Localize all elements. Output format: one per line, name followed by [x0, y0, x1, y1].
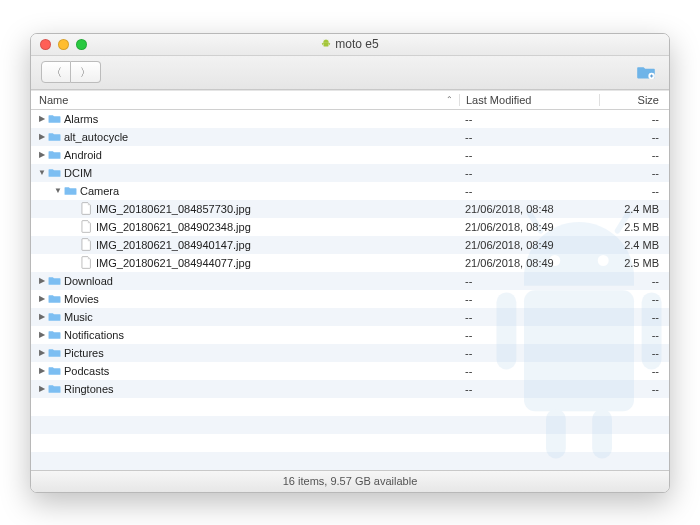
titlebar[interactable]: moto e5: [31, 34, 669, 56]
disclosure-triangle-icon[interactable]: ▶: [37, 276, 47, 285]
folder-row[interactable]: ▼DCIM----: [31, 164, 669, 182]
name-cell: ▶Download: [31, 275, 459, 287]
modified-cell: --: [459, 293, 599, 305]
name-cell: ▶Ringtones: [31, 383, 459, 395]
disclosure-triangle-icon[interactable]: ▶: [37, 294, 47, 303]
name-cell: IMG_20180621_084944077.jpg: [31, 256, 459, 269]
status-bar: 16 items, 9.57 GB available: [31, 470, 669, 492]
size-cell: --: [599, 347, 669, 359]
folder-icon: [47, 113, 61, 124]
column-header-size[interactable]: Size: [599, 94, 669, 106]
chevron-left-icon: 〈: [51, 65, 62, 80]
item-label: Alarms: [61, 113, 98, 125]
column-header-modified[interactable]: Last Modified: [459, 94, 599, 106]
modified-cell: --: [459, 329, 599, 341]
folder-icon: [63, 185, 77, 196]
folder-row[interactable]: ▶Download----: [31, 272, 669, 290]
zoom-icon[interactable]: [76, 39, 87, 50]
folder-row[interactable]: ▶Music----: [31, 308, 669, 326]
item-label: IMG_20180621_084940147.jpg: [93, 239, 251, 251]
file-icon: [79, 202, 93, 215]
size-cell: --: [599, 293, 669, 305]
name-cell: ▼DCIM: [31, 167, 459, 179]
nav-buttons: 〈 〉: [41, 61, 101, 83]
modified-cell: --: [459, 311, 599, 323]
item-label: Music: [61, 311, 93, 323]
name-cell: ▶Android: [31, 149, 459, 161]
svg-rect-0: [324, 43, 329, 47]
folder-row[interactable]: ▶Android----: [31, 146, 669, 164]
disclosure-triangle-icon[interactable]: ▶: [37, 114, 47, 123]
size-cell: --: [599, 311, 669, 323]
name-cell: ▶Podcasts: [31, 365, 459, 377]
disclosure-triangle-icon[interactable]: ▼: [37, 168, 47, 177]
minimize-icon[interactable]: [58, 39, 69, 50]
modified-cell: 21/06/2018, 08:49: [459, 221, 599, 233]
size-cell: 2.5 MB: [599, 221, 669, 233]
size-cell: --: [599, 275, 669, 287]
size-cell: --: [599, 167, 669, 179]
item-label: Pictures: [61, 347, 104, 359]
size-cell: --: [599, 131, 669, 143]
file-list: ▶Alarms----▶alt_autocycle----▶Android---…: [31, 110, 669, 470]
name-cell: ▶Movies: [31, 293, 459, 305]
window-title: moto e5: [31, 37, 669, 51]
folder-row[interactable]: ▶Podcasts----: [31, 362, 669, 380]
item-label: IMG_20180621_084944077.jpg: [93, 257, 251, 269]
disclosure-triangle-icon[interactable]: ▶: [37, 150, 47, 159]
modified-cell: --: [459, 383, 599, 395]
new-folder-button[interactable]: [633, 61, 659, 83]
disclosure-triangle-icon[interactable]: ▶: [37, 366, 47, 375]
folder-row[interactable]: ▼Camera----: [31, 182, 669, 200]
item-label: IMG_20180621_084857730.jpg: [93, 203, 251, 215]
folder-row[interactable]: ▶Ringtones----: [31, 380, 669, 398]
disclosure-triangle-icon[interactable]: ▶: [37, 330, 47, 339]
folder-row[interactable]: ▶Notifications----: [31, 326, 669, 344]
disclosure-triangle-icon[interactable]: ▼: [53, 186, 63, 195]
item-label: alt_autocycle: [61, 131, 128, 143]
name-cell: IMG_20180621_084857730.jpg: [31, 202, 459, 215]
back-button[interactable]: 〈: [41, 61, 71, 83]
item-label: Download: [61, 275, 113, 287]
folder-row[interactable]: ▶Movies----: [31, 290, 669, 308]
disclosure-triangle-icon[interactable]: ▶: [37, 384, 47, 393]
name-cell: ▶Music: [31, 311, 459, 323]
svg-rect-2: [329, 43, 330, 46]
file-row[interactable]: IMG_20180621_084857730.jpg21/06/2018, 08…: [31, 200, 669, 218]
close-icon[interactable]: [40, 39, 51, 50]
column-headers: Name ⌃ Last Modified Size: [31, 90, 669, 110]
name-cell: IMG_20180621_084940147.jpg: [31, 238, 459, 251]
size-cell: 2.4 MB: [599, 203, 669, 215]
disclosure-triangle-icon[interactable]: ▶: [37, 348, 47, 357]
folder-icon: [47, 293, 61, 304]
modified-cell: --: [459, 275, 599, 287]
size-cell: 2.5 MB: [599, 257, 669, 269]
modified-cell: 21/06/2018, 08:49: [459, 239, 599, 251]
disclosure-triangle-icon[interactable]: ▶: [37, 312, 47, 321]
folder-icon: [47, 275, 61, 286]
sort-indicator-icon: ⌃: [446, 95, 453, 104]
forward-button[interactable]: 〉: [71, 61, 101, 83]
item-label: Android: [61, 149, 102, 161]
folder-row[interactable]: ▶Alarms----: [31, 110, 669, 128]
window-controls: [40, 39, 87, 50]
name-cell: ▼Camera: [31, 185, 459, 197]
column-header-name[interactable]: Name ⌃: [31, 94, 459, 106]
modified-cell: --: [459, 365, 599, 377]
disclosure-triangle-icon[interactable]: ▶: [37, 132, 47, 141]
folder-row[interactable]: ▶Pictures----: [31, 344, 669, 362]
chevron-right-icon: 〉: [80, 65, 91, 80]
modified-cell: --: [459, 347, 599, 359]
file-row[interactable]: IMG_20180621_084944077.jpg21/06/2018, 08…: [31, 254, 669, 272]
size-cell: --: [599, 149, 669, 161]
folder-row[interactable]: ▶alt_autocycle----: [31, 128, 669, 146]
modified-cell: 21/06/2018, 08:48: [459, 203, 599, 215]
file-row[interactable]: IMG_20180621_084940147.jpg21/06/2018, 08…: [31, 236, 669, 254]
folder-icon: [47, 131, 61, 142]
name-cell: ▶Notifications: [31, 329, 459, 341]
file-row[interactable]: IMG_20180621_084902348.jpg21/06/2018, 08…: [31, 218, 669, 236]
modified-cell: --: [459, 185, 599, 197]
item-label: Camera: [77, 185, 119, 197]
item-label: Movies: [61, 293, 99, 305]
modified-cell: --: [459, 167, 599, 179]
